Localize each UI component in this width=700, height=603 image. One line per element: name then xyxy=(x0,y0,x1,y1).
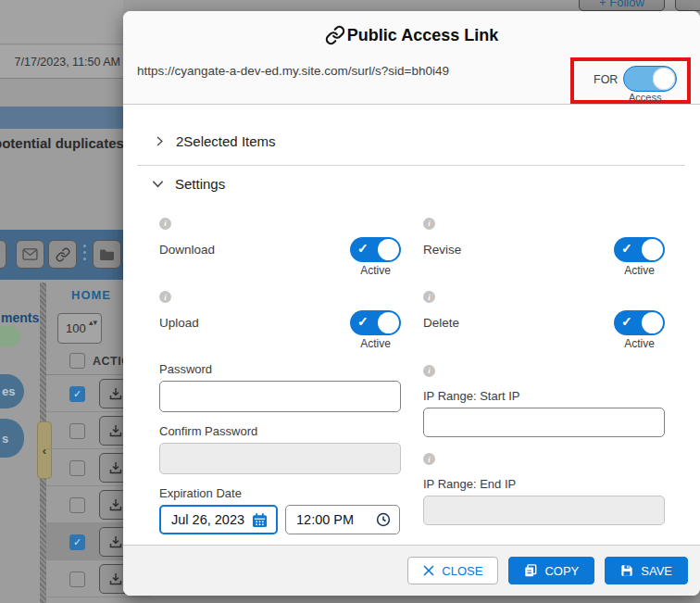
public-link-button[interactable] xyxy=(48,240,77,269)
row-checkbox[interactable] xyxy=(69,460,85,476)
timestamp-text: 7/17/2023, 11:50 AM xyxy=(15,56,120,69)
share-button[interactable] xyxy=(0,240,6,269)
password-input[interactable] xyxy=(159,381,401,412)
row-checkbox[interactable]: ✓ xyxy=(69,386,85,402)
expiration-date-input[interactable]: Jul 26, 2023 xyxy=(159,505,278,534)
revise-permission: i Revise ✓ Active xyxy=(423,213,665,277)
info-icon[interactable]: i xyxy=(423,365,435,377)
public-access-url: https://cyangate-a-dev-ed.my.site.com/su… xyxy=(137,64,449,78)
folder-icon xyxy=(99,248,115,261)
ip-end-input xyxy=(423,496,665,525)
info-icon[interactable]: i xyxy=(159,291,171,303)
selected-items-section-toggle[interactable]: 2Selected Items xyxy=(154,133,276,149)
delete-toggle[interactable]: ✓ xyxy=(614,310,665,335)
upload-permission: i Upload ✓ Active xyxy=(159,287,401,351)
copy-button[interactable]: COPY xyxy=(508,557,594,584)
for-access-toggle[interactable] xyxy=(623,66,677,92)
page-size-stepper[interactable]: 100 ▴▾ xyxy=(57,313,102,344)
ip-range-start-field: i IP Range: Start IP xyxy=(423,360,665,437)
documents-panel-label: ments xyxy=(1,310,39,325)
expiration-time-input[interactable]: 12:00 PM xyxy=(285,505,400,534)
check-icon: ✓ xyxy=(357,241,369,256)
upload-toggle[interactable]: ✓ xyxy=(350,310,401,335)
download-icon xyxy=(108,572,123,586)
revise-toggle[interactable]: ✓ xyxy=(614,237,665,262)
download-permission: i Download ✓ Active xyxy=(159,213,401,277)
clock-icon[interactable] xyxy=(376,512,391,527)
confirm-password-input xyxy=(159,443,401,474)
download-icon xyxy=(108,534,123,549)
password-field: Password xyxy=(159,362,401,412)
copy-icon xyxy=(524,564,537,577)
info-icon[interactable]: i xyxy=(159,218,171,230)
row-checkbox[interactable]: ✓ xyxy=(69,534,85,550)
modal-footer: CLOSE COPY SAVE xyxy=(123,545,700,596)
record-timestamp: 7/17/2023, 11:50 AM xyxy=(0,45,123,79)
follow-button[interactable]: + Follow xyxy=(579,0,665,11)
folder-button[interactable] xyxy=(93,240,121,269)
save-icon xyxy=(620,564,633,577)
calendar-icon[interactable] xyxy=(252,512,268,528)
duplicates-warning-text: potential duplicates xyxy=(0,135,124,151)
link-icon xyxy=(56,247,70,262)
side-pill-button[interactable]: es xyxy=(0,374,24,408)
ip-range-end-field: i IP Range: End IP xyxy=(423,449,665,526)
row-checkbox[interactable] xyxy=(69,572,85,587)
status-pill-green xyxy=(0,326,20,346)
email-button[interactable] xyxy=(16,240,44,269)
for-toggle-sublabel: Access xyxy=(629,92,661,103)
expiration-date-field: Expiration Date Jul 26, 2023 12:00 PM xyxy=(159,486,401,534)
info-icon[interactable]: i xyxy=(423,453,435,465)
section-divider xyxy=(137,165,685,166)
background-header-strip xyxy=(0,0,123,44)
link-icon xyxy=(325,25,345,45)
side-pill-button-2[interactable]: s xyxy=(0,419,24,458)
check-icon: ✓ xyxy=(621,241,632,256)
chevron-right-icon xyxy=(154,135,166,147)
select-all-checkbox[interactable] xyxy=(69,353,85,369)
download-icon xyxy=(108,497,123,512)
close-button[interactable]: CLOSE xyxy=(407,557,498,584)
annotation-highlight-box: FOR Access xyxy=(570,57,691,104)
modal-title: Public Access Link xyxy=(123,25,700,45)
x-icon xyxy=(423,565,434,576)
confirm-password-field: Confirm Password xyxy=(159,424,401,474)
public-access-link-modal: Public Access Link https://cyangate-a-de… xyxy=(123,11,700,596)
check-icon: ✓ xyxy=(621,314,632,329)
download-icon xyxy=(108,423,123,438)
stepper-arrows-icon[interactable]: ▴▾ xyxy=(89,318,97,328)
toolbar-divider-dots xyxy=(83,245,86,260)
mail-icon xyxy=(22,248,38,260)
record-header-band xyxy=(0,107,123,129)
row-checkbox[interactable] xyxy=(69,497,85,513)
save-button[interactable]: SAVE xyxy=(605,557,688,584)
partial-toolbar-button[interactable] xyxy=(675,0,700,11)
download-icon xyxy=(108,386,123,401)
chevron-down-icon xyxy=(151,177,165,191)
download-icon xyxy=(108,460,123,475)
ip-start-input[interactable] xyxy=(423,408,665,437)
row-checkbox[interactable] xyxy=(69,423,85,439)
modal-header: Public Access Link https://cyangate-a-de… xyxy=(123,11,700,105)
download-toggle[interactable]: ✓ xyxy=(350,237,401,262)
document-toolbar xyxy=(0,230,123,280)
settings-section-toggle[interactable]: Settings xyxy=(151,176,225,192)
tab-home[interactable]: HOME xyxy=(71,288,111,302)
for-toggle-label: FOR xyxy=(594,73,618,86)
info-icon[interactable]: i xyxy=(423,291,435,303)
info-icon[interactable]: i xyxy=(423,218,435,230)
check-icon: ✓ xyxy=(357,314,369,329)
delete-permission: i Delete ✓ Active xyxy=(423,287,665,351)
